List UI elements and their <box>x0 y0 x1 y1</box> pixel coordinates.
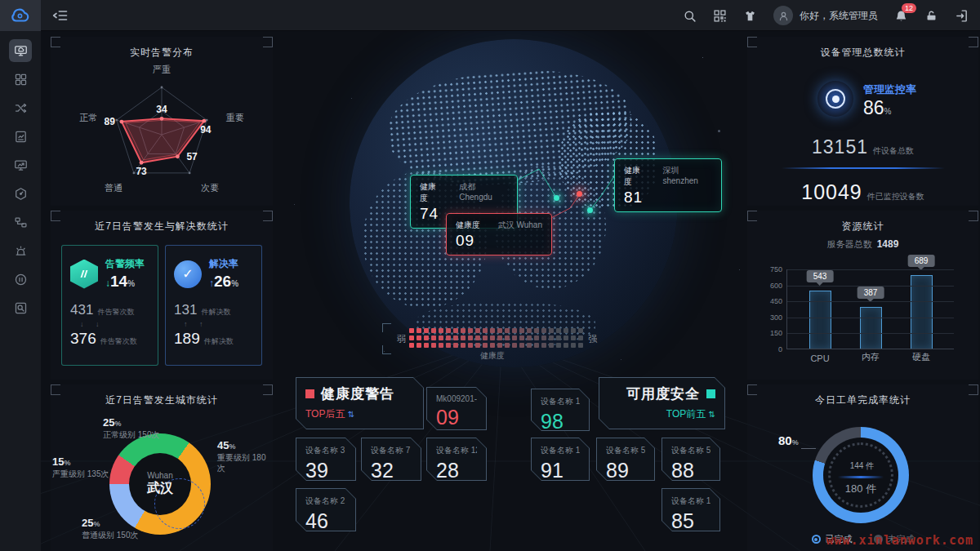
y-tick: 750 <box>770 265 782 273</box>
map-marker-wuhan[interactable] <box>577 191 582 197</box>
sort-icon[interactable]: ⇅ <box>709 410 715 419</box>
account-menu[interactable]: 你好，系统管理员 <box>773 6 878 25</box>
greeting-text: 你好，系统管理员 <box>800 9 878 23</box>
device-card[interactable]: 设备名称 2 46 <box>296 488 356 531</box>
svg-text:普通: 普通 <box>105 183 122 193</box>
sidebar-item-gauge[interactable] <box>9 182 32 205</box>
y-tick: 600 <box>770 282 782 290</box>
device-card[interactable]: Mk009201-XLL... 09 <box>426 387 487 430</box>
panel-radar: 实时告警分布 3494577389严重重要次要普通正常 <box>51 37 273 206</box>
resource-bar-chart: 543 387 689 CPU 内存 硬盘 0150300450600750 <box>786 269 954 349</box>
sidebar-item-report[interactable] <box>9 125 32 148</box>
alarm-frequency-label: 告警频率 <box>105 257 145 271</box>
gauge-percent-label: 80% <box>778 433 799 447</box>
dashboard-root: 你好，系统管理员 12 实时告警分布 3494577389严重重要次要普通正常 … <box>0 0 980 551</box>
panel-city-stats: 近7日告警发生城市统计 Wuhan 武汉 25% 正常级别 150次 15% 严… <box>51 384 273 551</box>
sidebar-item-topology[interactable] <box>9 211 32 233</box>
monitor-rate-label: 管理监控率 <box>863 82 916 97</box>
device-card[interactable]: 设备名称 3 39 <box>296 438 356 481</box>
svg-text:94: 94 <box>200 124 212 136</box>
health-value: 09 <box>456 232 542 250</box>
radar-chart: 3494577389严重重要次要普通正常 <box>51 58 273 202</box>
theme-shirt-icon[interactable] <box>743 9 757 23</box>
device-card[interactable]: 设备名称 1 98 <box>531 389 590 431</box>
monitor-rate-icon <box>817 81 853 117</box>
y-tick: 150 <box>770 329 782 337</box>
teal-square-icon <box>706 389 715 398</box>
shuffle-icon <box>14 101 28 115</box>
svg-text:34: 34 <box>156 104 167 115</box>
panel-resources: 资源统计 服务器总数1489 543 387 689 CPU 内存 硬盘 015… <box>747 211 978 380</box>
safety-title: 可用度安全 <box>626 384 700 403</box>
collapse-menu-icon[interactable] <box>52 7 69 24</box>
avatar <box>773 6 793 25</box>
svg-text:57: 57 <box>186 151 198 162</box>
monitored-total-row: 10049件已监控设备数 <box>747 180 978 204</box>
sidebar-item-trend[interactable] <box>9 153 32 176</box>
check-circle-icon: ✓ <box>174 260 202 288</box>
sidebar-item-audit[interactable] <box>9 296 32 319</box>
alarm-frequency-card: 告警频率 ↓14% 431件告警次数 ↓ ↓ 376件告警次数 <box>61 245 158 366</box>
bar-value-chip: 543 <box>807 270 834 282</box>
sidebar-item-media[interactable] <box>9 268 32 291</box>
trend-monitor-icon <box>14 158 28 172</box>
bar-value-chip: 387 <box>858 287 884 299</box>
device-card[interactable]: 设备名称 7 32 <box>361 438 421 481</box>
cloud-logo-icon <box>10 5 31 26</box>
alarm-count-prev: 431 <box>70 302 93 318</box>
alarm-count-now: 376 <box>70 330 96 348</box>
resolve-rate-card: ✓ 解决率 ↑26% 131件解决数 ↑ ↑ 189件解决数 <box>165 245 262 366</box>
sidebar-nav <box>0 31 41 551</box>
safety-headline-panel: 可用度安全 TOP前五 ⇅ <box>599 377 725 429</box>
divider <box>782 167 945 169</box>
panel-title: 资源统计 <box>747 211 978 233</box>
bell-icon[interactable]: 12 <box>894 9 908 23</box>
warning-headline-panel: 健康度警告 TOP后五 ⇅ <box>296 377 424 429</box>
panel-title: 近7日告警发生城市统计 <box>51 384 273 407</box>
device-card[interactable]: 设备名称 5 88 <box>662 438 720 481</box>
warning-title: 健康度警告 <box>321 384 394 403</box>
watermark: www.xinlanwork.com <box>826 533 973 548</box>
search-icon[interactable] <box>683 9 697 23</box>
red-square-icon <box>305 389 314 398</box>
strip-weak-label: 弱 <box>397 333 406 345</box>
cloud-monitor-icon <box>14 44 28 58</box>
y-tick: 300 <box>770 313 782 322</box>
device-card[interactable]: 设备名称 5 89 <box>596 438 655 481</box>
svg-text:严重: 严重 <box>153 64 171 74</box>
map-marker-shenzhen[interactable] <box>587 207 593 213</box>
lock-icon[interactable] <box>924 9 938 23</box>
device-card[interactable]: 设备名称 12 28 <box>426 438 487 481</box>
svg-text:正常: 正常 <box>79 113 97 122</box>
panel-title: 设备管理总数统计 <box>747 37 978 60</box>
resolved-now: 189 <box>174 330 200 348</box>
map-tooltip-wuhan: 健康度武汉 Wuhan 09 <box>446 213 552 256</box>
panel-alarm-stats: 近7日告警发生与解决数统计 告警频率 ↓14% 431件告警次数 ↓ ↓ 376… <box>51 211 273 380</box>
x-label-memory: 内存 <box>862 351 880 363</box>
device-card[interactable]: 设备名称 12 91 <box>531 438 590 481</box>
safety-subtitle: TOP前五 <box>666 408 706 420</box>
server-total: 服务器总数1489 <box>747 238 978 251</box>
health-strip: 弱 强 健康度 <box>382 323 627 359</box>
bar-cpu <box>809 291 831 349</box>
x-label-cpu: CPU <box>810 353 829 363</box>
sidebar-item-dashboard[interactable] <box>9 68 32 91</box>
pause-circle-icon <box>14 273 28 287</box>
x-label-disk: 硬盘 <box>912 351 930 363</box>
sort-icon[interactable]: ⇅ <box>348 410 354 419</box>
sidebar-item-cloud-monitor[interactable] <box>9 39 32 62</box>
sidebar-item-alarm[interactable] <box>9 239 32 262</box>
topology-icon <box>14 216 28 229</box>
qr-code-icon[interactable] <box>713 9 727 23</box>
health-value: 81 <box>624 189 712 207</box>
app-logo[interactable] <box>0 0 41 31</box>
city-name-zh: 武汉 <box>147 480 173 497</box>
device-card[interactable]: 设备名称 10 85 <box>662 488 720 531</box>
hex-gauge-icon <box>14 187 28 201</box>
svg-text:次要: 次要 <box>201 183 219 193</box>
y-tick: 450 <box>770 297 782 305</box>
map-marker-chengdu[interactable] <box>554 195 559 201</box>
sidebar-item-data-exchange[interactable] <box>9 96 32 119</box>
bar-value-chip: 689 <box>908 255 935 267</box>
logout-icon[interactable] <box>955 9 969 23</box>
